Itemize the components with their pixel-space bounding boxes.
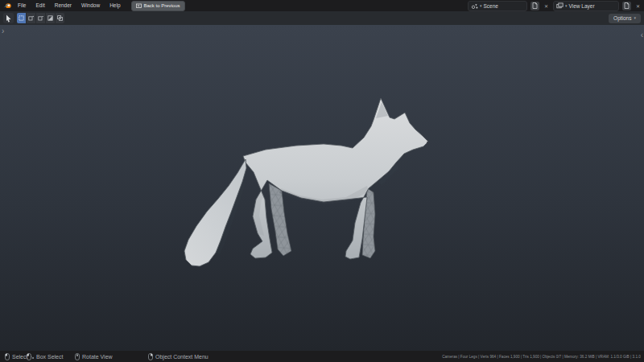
viewport-header: Options ▾ (0, 11, 644, 25)
chevron-down-icon: ▾ (565, 4, 568, 8)
select-extend-icon (28, 15, 34, 21)
back-window-icon (136, 3, 142, 9)
chevron-down-icon: ▾ (634, 16, 636, 20)
hint-box-select-label: Box Select (36, 354, 63, 360)
close-icon: ✕ (544, 3, 548, 9)
fox-model[interactable] (0, 25, 644, 351)
select-intersect-icon (57, 15, 63, 21)
options-label: Options (613, 15, 631, 21)
view-layer-selector[interactable]: ▾ View Layer (553, 1, 619, 11)
statusbar: Select Box Select Rotate View Object Con… (0, 351, 644, 362)
menu-file[interactable]: File (13, 0, 31, 11)
tweak-tool-button[interactable] (3, 13, 14, 23)
menu-render[interactable]: Render (50, 0, 76, 11)
select-mode-subtract-button[interactable] (36, 13, 45, 23)
mouse-middle-icon (75, 353, 80, 360)
scene-statistics: Cameras | Four Legs | Verts 964 | Faces … (442, 353, 641, 360)
menu-edit[interactable]: Edit (31, 0, 49, 11)
new-page-icon (532, 2, 538, 9)
options-button[interactable]: Options ▾ (609, 14, 641, 23)
fox-body (243, 98, 428, 259)
blender-logo-icon[interactable] (2, 0, 13, 11)
topbar: File Edit Render Window Help Back to Pre… (0, 0, 644, 11)
hint-select: Select (5, 351, 27, 362)
mouse-drag-icon (27, 353, 34, 360)
blender-logo-glyph (3, 2, 12, 10)
fox-nose (427, 142, 428, 143)
fox-tail (184, 159, 246, 266)
back-to-previous-label: Back to Previous (144, 3, 180, 8)
viewport-3d[interactable]: › ‹ (0, 25, 644, 351)
scene-icon (471, 2, 478, 10)
scene-name: Scene (484, 3, 498, 9)
select-mode-intersect-button[interactable] (56, 13, 64, 23)
new-page-icon (624, 2, 630, 9)
cursor-icon (5, 14, 12, 23)
select-invert-icon (47, 15, 53, 21)
hint-select-label: Select (12, 354, 27, 360)
new-view-layer-button[interactable] (622, 2, 631, 10)
new-scene-button[interactable] (530, 2, 539, 10)
select-mode-invert-button[interactable] (46, 13, 55, 23)
mouse-right-icon (148, 353, 153, 360)
unlink-scene-button[interactable]: ✕ (543, 2, 550, 10)
select-mode-new-button[interactable] (17, 13, 26, 23)
menu-window[interactable]: Window (76, 0, 105, 11)
select-mode-extend-button[interactable] (27, 13, 35, 23)
remove-view-layer-button[interactable]: ✕ (634, 2, 642, 10)
select-subtract-icon (38, 15, 43, 21)
hint-object-context-menu: Object Context Menu (148, 351, 208, 362)
hint-rotate-view: Rotate View (75, 351, 113, 362)
view-layer-name: View Layer (569, 3, 595, 9)
close-icon: ✕ (636, 3, 640, 9)
mouse-left-icon (5, 353, 10, 360)
select-mode-group (17, 13, 64, 23)
menu-help[interactable]: Help (105, 0, 125, 11)
hint-object-context-menu-label: Object Context Menu (155, 354, 208, 360)
select-new-icon (19, 15, 24, 21)
blender-window: File Edit Render Window Help Back to Pre… (0, 0, 644, 362)
topbar-right: ▾ Scene ✕ ▾ View Layer (468, 1, 644, 11)
view-layer-icon (556, 2, 564, 10)
scene-selector[interactable]: ▾ Scene (468, 1, 527, 11)
hint-box-select: Box Select (27, 351, 63, 362)
chevron-down-icon: ▾ (480, 4, 482, 8)
back-to-previous-button[interactable]: Back to Previous (131, 1, 185, 11)
hint-rotate-view-label: Rotate View (82, 354, 113, 360)
